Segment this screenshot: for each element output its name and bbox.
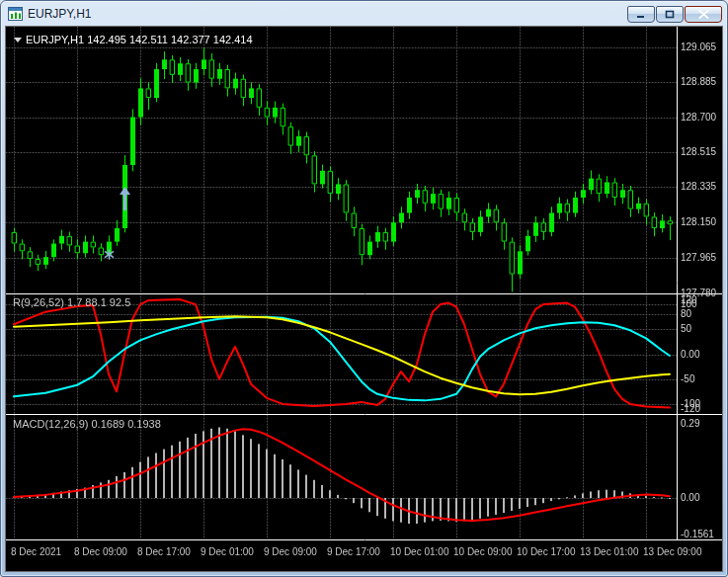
minimize-icon — [636, 10, 646, 19]
star-icon — [104, 249, 115, 260]
titlebar[interactable]: EURJPY,H1 — [1, 1, 727, 25]
buy-arrow-annotation[interactable] — [119, 186, 131, 215]
price-tick: 80 — [681, 308, 691, 319]
time-tick: 10 Dec 17:00 — [517, 546, 576, 557]
time-tick: 9 Dec 09:00 — [264, 546, 317, 557]
close-icon — [698, 10, 709, 19]
price-tick: 128.700 — [681, 112, 716, 123]
time-scale[interactable]: 8 Dec 20218 Dec 09:008 Dec 17:009 Dec 01… — [6, 540, 723, 572]
up-arrow-icon — [119, 186, 131, 211]
price-tick: -50 — [681, 373, 694, 384]
maximize-icon — [665, 10, 675, 19]
window-controls — [626, 6, 722, 23]
time-tick: 13 Dec 09:00 — [643, 546, 702, 557]
price-tick: 0.00 — [681, 492, 699, 503]
price-tick: 0.29 — [681, 418, 699, 429]
price-tick: 129.065 — [681, 41, 716, 52]
time-tick: 10 Dec 09:00 — [453, 546, 513, 557]
time-tick: 8 Dec 2021 — [11, 546, 61, 557]
price-tick: 128.515 — [681, 146, 716, 157]
price-tick: 128.885 — [681, 76, 716, 87]
chart-window-icon[interactable] — [8, 7, 23, 21]
time-tick: 10 Dec 01:00 — [390, 546, 449, 557]
star-annotation[interactable] — [104, 246, 115, 264]
price-tick: 50 — [681, 323, 691, 334]
price-tick: -0.1561 — [681, 529, 714, 539]
price-tick: 128.150 — [681, 216, 716, 227]
time-tick: 9 Dec 17:00 — [327, 546, 380, 557]
chart-area: EURJPY,H1 142.495 142.511 142.377 142.41… — [5, 26, 723, 572]
window-title: EURJPY,H1 — [28, 7, 91, 21]
close-button[interactable] — [685, 6, 722, 23]
minimize-button[interactable] — [627, 6, 655, 23]
price-tick: 127.965 — [681, 252, 716, 263]
time-tick: 13 Dec 01:00 — [580, 546, 639, 557]
mt-chart-window: EURJPY,H1 EURJPY,H1 142.495 142.511 142.… — [0, 0, 728, 577]
price-scale[interactable]: 129.065128.885128.700128.515128.335128.1… — [678, 27, 723, 539]
chart-canvas[interactable] — [6, 27, 723, 572]
time-tick: 9 Dec 01:00 — [201, 546, 254, 557]
time-tick: 8 Dec 17:00 — [137, 546, 191, 557]
price-tick: 0.00 — [681, 349, 699, 360]
time-tick: 8 Dec 09:00 — [74, 546, 127, 557]
price-tick: 128.335 — [681, 181, 716, 192]
maximize-button[interactable] — [656, 6, 684, 23]
price-tick: -120 — [681, 403, 700, 414]
